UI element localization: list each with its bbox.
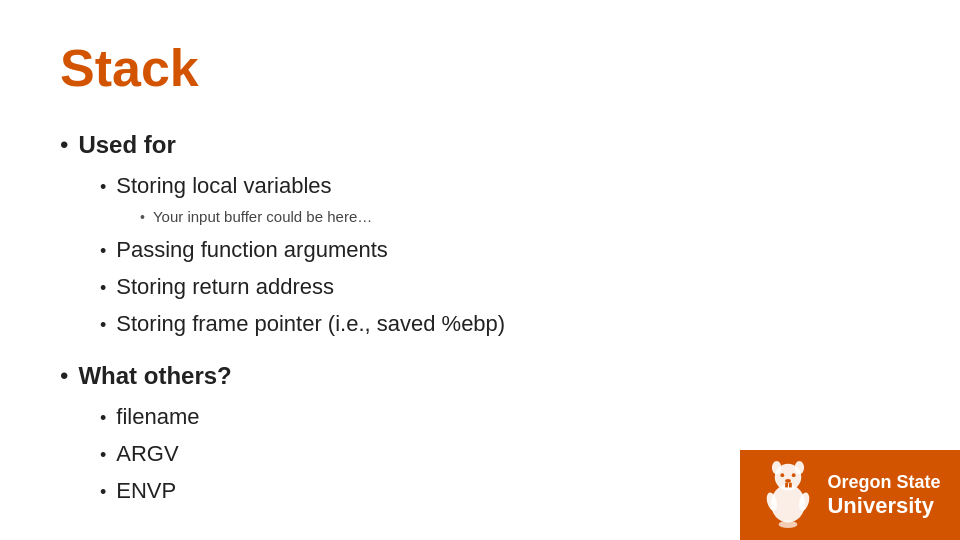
bullet-dot: • xyxy=(100,442,106,469)
what-others-label: What others? xyxy=(78,358,231,394)
list-item-filename: • filename xyxy=(100,400,900,433)
bullet-dot: • xyxy=(100,174,106,201)
bullet-dot: • xyxy=(100,479,106,506)
svg-point-1 xyxy=(772,461,781,474)
svg-rect-7 xyxy=(786,483,789,488)
svg-point-2 xyxy=(795,461,804,474)
bullet-dot: • xyxy=(100,405,106,432)
bullet-dot: • xyxy=(100,238,106,265)
list-item-return-addr: • Storing return address xyxy=(100,270,900,303)
bullet-dot: • xyxy=(100,275,106,302)
osu-logo: Oregon State University xyxy=(740,450,960,540)
osu-line1: Oregon State xyxy=(827,472,940,494)
return-addr-label: Storing return address xyxy=(116,270,334,303)
func-args-label: Passing function arguments xyxy=(116,233,388,266)
list-item-func-args: • Passing function arguments xyxy=(100,233,900,266)
osu-line2: University xyxy=(827,494,933,518)
svg-point-6 xyxy=(786,479,792,483)
list-item-frame-ptr: • Storing frame pointer (i.e., saved %eb… xyxy=(100,307,900,340)
frame-ptr-label: Storing frame pointer (i.e., saved %ebp) xyxy=(116,307,505,340)
list-item-used-for: • Used for xyxy=(60,127,900,163)
list-item-input-buffer: • Your input buffer could be here… xyxy=(140,206,900,229)
svg-point-4 xyxy=(781,473,785,477)
beaver-icon xyxy=(759,460,817,530)
list-item-what-others: • What others? xyxy=(60,358,900,394)
list-item-local-vars: • Storing local variables xyxy=(100,169,900,202)
svg-point-5 xyxy=(792,473,796,477)
local-vars-label: Storing local variables xyxy=(116,169,331,202)
slide: Stack • Used for • Storing local variabl… xyxy=(0,0,960,540)
osu-name-block: Oregon State University xyxy=(827,472,940,518)
svg-rect-8 xyxy=(789,483,792,488)
argv-label: ARGV xyxy=(116,437,178,470)
envp-label: ENVP xyxy=(116,474,176,507)
filename-label: filename xyxy=(116,400,199,433)
bullet-dot: • xyxy=(60,127,68,163)
slide-title: Stack xyxy=(60,40,900,97)
input-buffer-label: Your input buffer could be here… xyxy=(153,206,372,229)
bullet-dot: • xyxy=(100,312,106,339)
used-for-label: Used for xyxy=(78,127,175,163)
svg-point-11 xyxy=(779,521,798,529)
bullet-dot: • xyxy=(60,358,68,394)
bullet-dot: • xyxy=(140,207,145,228)
